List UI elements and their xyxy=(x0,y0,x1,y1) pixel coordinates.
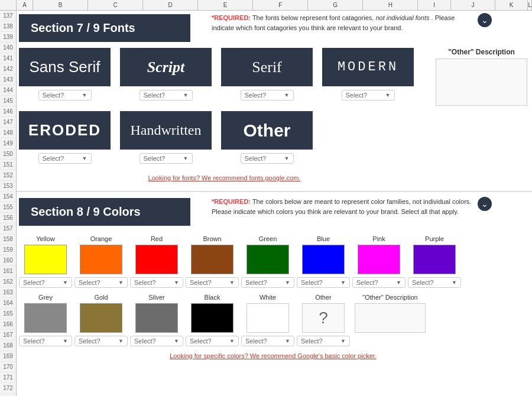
color-item-gold: Gold Select? ▼ xyxy=(74,294,128,346)
color-select-gold-arrow: ▼ xyxy=(118,338,124,344)
color-select-blue-label: Select? xyxy=(301,279,323,286)
color-select-gold[interactable]: Select? ▼ xyxy=(74,336,128,346)
spreadsheet-body: 137 138 139 140 141 142 143 144 145 146 … xyxy=(0,11,532,396)
color-select-green[interactable]: Select? ▼ xyxy=(241,277,294,288)
color-label-pink: Pink xyxy=(372,235,385,242)
font-item-eroded: ERODED Select? ▼ xyxy=(19,111,111,164)
color-select-pink-label: Select? xyxy=(356,279,378,286)
font-select-handwritten-label: Select? xyxy=(144,155,166,162)
row-167: 167 xyxy=(0,330,16,340)
fonts-row2: ERODED Select? ▼ Handwritten Select? xyxy=(19,111,430,170)
color-select-grey[interactable]: Select? ▼ xyxy=(19,336,72,346)
color-swatch-orange xyxy=(80,245,122,274)
color-label-black: Black xyxy=(205,294,220,301)
col-h-header: H xyxy=(363,0,418,10)
color-select-brown[interactable]: Select? ▼ xyxy=(186,277,239,288)
section7-collapse-button[interactable]: ⌄ xyxy=(478,13,492,27)
color-swatch-gold xyxy=(80,303,122,333)
font-box-eroded: ERODED xyxy=(19,111,111,150)
color-select-silver-arrow: ▼ xyxy=(174,338,179,344)
color-swatch-green xyxy=(246,245,289,274)
row-166: 166 xyxy=(0,319,16,330)
row-147: 147 xyxy=(0,117,16,128)
section8-required-text: *REQUIRED: The colors below are meant to… xyxy=(212,197,472,216)
font-select-sans-serif[interactable]: Select? ▼ xyxy=(38,90,92,100)
color-select-black-label: Select? xyxy=(190,337,212,345)
color-select-blue-arrow: ▼ xyxy=(340,280,346,285)
font-select-serif[interactable]: Select? ▼ xyxy=(241,90,294,100)
color-swatch-purple xyxy=(413,245,456,274)
col-e-header: E xyxy=(198,0,253,10)
color-select-purple-label: Select? xyxy=(412,279,434,286)
color-label-green: Green xyxy=(259,235,277,242)
color-item-white: White Select? ▼ xyxy=(241,294,294,346)
font-select-handwritten[interactable]: Select? ▼ xyxy=(140,153,193,164)
row-171: 171 xyxy=(0,372,16,383)
color-label-grey: Grey xyxy=(38,294,53,301)
color-select-other-color-label: Select? xyxy=(301,337,323,345)
color-select-green-label: Select? xyxy=(245,279,267,286)
row-151: 151 xyxy=(0,160,16,170)
color-label-yellow: Yellow xyxy=(36,235,54,242)
color-item-purple: Purple Select? ▼ xyxy=(408,235,461,288)
row-142: 142 xyxy=(0,64,16,74)
font-select-sans-serif-label: Select? xyxy=(43,92,64,99)
color-label-red: Red xyxy=(151,235,163,242)
color-swatch-red xyxy=(135,245,178,274)
color-select-purple[interactable]: Select? ▼ xyxy=(408,277,461,288)
section7-area: Section 7 / 9 Fonts *REQUIRED: The fonts… xyxy=(17,11,532,189)
font-select-eroded-label: Select? xyxy=(43,155,64,162)
color-select-grey-arrow: ▼ xyxy=(63,338,68,344)
colors-row1: Yellow Select? ▼ Orange Select? ▼ xyxy=(19,235,527,288)
color-select-red[interactable]: Select? ▼ xyxy=(130,277,183,288)
font-select-other[interactable]: Select? ▼ xyxy=(241,153,294,164)
colors-row2: Grey Select? ▼ Gold Select? ▼ xyxy=(19,294,527,346)
col-b-header: B xyxy=(33,0,88,10)
color-label-blue: Blue xyxy=(317,235,330,242)
section8-area: Section 8 / 9 Colors *REQUIRED: The colo… xyxy=(17,194,532,365)
row-173: 173 xyxy=(0,394,16,396)
color-select-blue[interactable]: Select? ▼ xyxy=(297,277,350,288)
color-swatch-black xyxy=(191,303,233,333)
fonts-link[interactable]: Looking for fonts? We recommend fonts.go… xyxy=(19,174,430,181)
color-select-orange[interactable]: Select? ▼ xyxy=(74,277,128,288)
row-165: 165 xyxy=(0,309,16,319)
row-172: 172 xyxy=(0,383,16,394)
section8-title: Section 8 / 9 Colors xyxy=(19,198,190,226)
color-select-black-arrow: ▼ xyxy=(229,338,235,344)
row-168: 168 xyxy=(0,340,16,351)
font-select-modern-label: Select? xyxy=(346,92,368,99)
color-select-other-color-arrow: ▼ xyxy=(340,338,346,344)
other-description-box: "Other" Description xyxy=(436,48,527,106)
section8-collapse-button[interactable]: ⌄ xyxy=(478,197,492,211)
color-swatch-other-desc xyxy=(355,303,426,333)
font-select-eroded[interactable]: Select? ▼ xyxy=(38,153,92,164)
color-select-yellow[interactable]: Select? ▼ xyxy=(19,277,72,288)
color-select-red-arrow: ▼ xyxy=(174,280,179,285)
color-select-other-color[interactable]: Select? ▼ xyxy=(297,336,350,346)
color-item-yellow: Yellow Select? ▼ xyxy=(19,235,72,288)
font-select-script[interactable]: Select? ▼ xyxy=(140,90,193,100)
row-140: 140 xyxy=(0,43,16,53)
color-label-silver: Silver xyxy=(148,294,165,301)
section8-req-text2: Please indicate which colors you think a… xyxy=(212,208,459,215)
color-swatch-yellow xyxy=(24,245,67,274)
font-select-script-label: Select? xyxy=(144,92,166,99)
color-swatch-other-color: ? xyxy=(302,303,345,333)
font-box-handwritten: Handwritten xyxy=(120,111,212,150)
color-select-white[interactable]: Select? ▼ xyxy=(241,336,294,346)
color-select-black[interactable]: Select? ▼ xyxy=(186,336,239,346)
row-157: 157 xyxy=(0,223,16,234)
color-select-pink[interactable]: Select? ▼ xyxy=(352,277,406,288)
color-item-pink: Pink Select? ▼ xyxy=(352,235,406,288)
color-select-grey-label: Select? xyxy=(23,337,45,345)
font-box-modern: MODERN xyxy=(322,48,414,86)
row-160: 160 xyxy=(0,255,16,266)
font-select-modern[interactable]: Select? ▼ xyxy=(342,90,395,100)
color-select-silver[interactable]: Select? ▼ xyxy=(130,336,183,346)
row-158: 158 xyxy=(0,234,16,245)
fonts-row1: Sans Serif Select? ▼ Script Select? xyxy=(19,48,430,106)
colors-link[interactable]: Looking for specific colors? We recommen… xyxy=(19,352,527,359)
other-desc-textarea[interactable] xyxy=(436,59,527,106)
col-i-header: I xyxy=(418,0,451,10)
